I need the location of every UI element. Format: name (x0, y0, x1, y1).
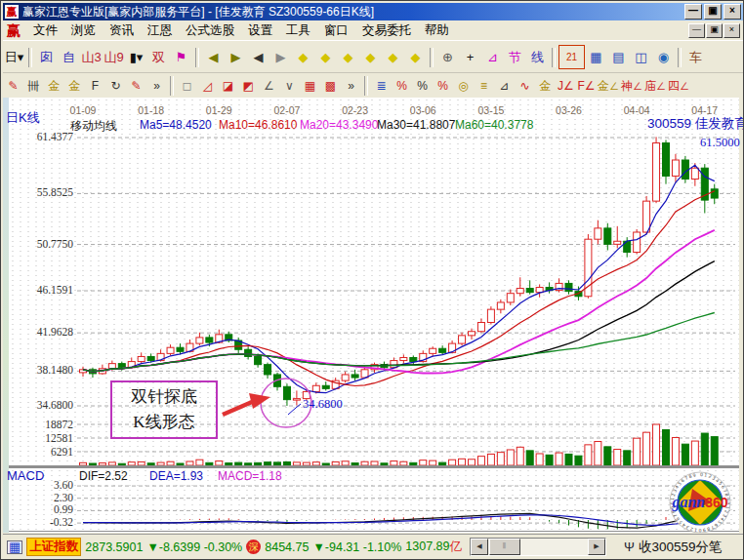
angle-measure-icon[interactable]: ⊿ (481, 47, 504, 67)
menu-item-4[interactable]: 公式选股 (179, 21, 241, 40)
crosshair-icon[interactable]: + (459, 47, 481, 67)
menu-item-9[interactable]: 帮助 (418, 21, 456, 40)
gann-diamond4-icon[interactable]: ◆ (359, 47, 382, 67)
menu-items: 文件浏览资讯江恩公式选股设置工具窗口交易委托帮助 (26, 21, 456, 40)
square-fan1-icon[interactable]: ◪ (218, 77, 238, 95)
menu-item-5[interactable]: 设置 (241, 21, 279, 40)
sh-index-badge[interactable]: 上证指数 (26, 538, 81, 556)
gold-angle-icon[interactable]: 金 (535, 77, 556, 95)
toolbar-separator (170, 76, 174, 96)
app-window: 赢 赢家江恩专业版[赢家内部服务平台] - [佳发教育 SZ300559-66日… (0, 0, 744, 560)
toolbar-drawing-tools: ✎卌金金F↻✎»◻◿◪◩∠∨▦▩»≣%%%◎≡⊿∿金J∠F∠金∠神∠庙∠四∠ (3, 72, 743, 99)
ma10-line (83, 191, 715, 386)
period-day-icon[interactable]: 日▾ (3, 47, 25, 67)
keyboard-icon[interactable]: ▦ (7, 540, 22, 554)
calculator-icon[interactable]: ▦ (585, 47, 607, 67)
scroll-right-button[interactable]: ▶ (588, 539, 605, 555)
scroll-left-button[interactable]: ◀ (471, 539, 488, 555)
next-icon[interactable]: ▶ (269, 47, 292, 67)
skip-first-icon[interactable]: ◀ (202, 47, 225, 67)
mdi-restore-button[interactable]: ▣ (706, 23, 723, 38)
square-fan2-icon[interactable]: ◩ (238, 77, 259, 95)
volume-bars (80, 424, 719, 465)
angle-lines-icon[interactable]: ∠ (259, 77, 279, 95)
save-disk-icon[interactable]: ◫ (630, 47, 652, 67)
sz-index-value: 8454.75 (265, 540, 309, 554)
region-zoom-icon[interactable]: 囱 (35, 47, 58, 67)
grid1-icon[interactable]: ▦ (300, 77, 320, 95)
menu-item-6[interactable]: 工具 (279, 21, 317, 40)
menu-item-1[interactable]: 浏览 (64, 21, 103, 40)
title-bar: 赢 赢家江恩专业版[赢家内部服务平台] - [佳发教育 SZ300559-66日… (3, 3, 743, 20)
gann-diamond2-icon[interactable]: ◆ (314, 47, 337, 67)
gold-circle-icon[interactable]: ◎ (453, 77, 474, 95)
v-lines-icon[interactable]: ∨ (279, 77, 300, 95)
chart3-icon[interactable]: 山3 (80, 47, 103, 67)
spiral-icon[interactable]: ↻ (105, 77, 126, 95)
close-button[interactable]: × (723, 4, 741, 20)
chart9-icon[interactable]: 山9 (103, 47, 125, 67)
percent-icon[interactable]: % (412, 77, 433, 95)
toolbar-separator (364, 76, 368, 96)
info-board-icon[interactable]: 自 (58, 47, 80, 67)
f-angle-icon[interactable]: F∠ (576, 77, 597, 95)
line-tool-icon[interactable]: 线 (526, 47, 549, 67)
candle-style-icon[interactable]: ▮▾ (125, 47, 147, 67)
sz-index-icon[interactable]: 深 (246, 540, 261, 554)
percent-line-icon[interactable]: % (433, 77, 453, 95)
more1-icon[interactable]: » (146, 77, 167, 95)
number-ruler-icon[interactable]: ≣ (371, 77, 392, 95)
gann-diamond6-icon[interactable]: ◆ (404, 47, 427, 67)
tick-feed-label[interactable]: 收300559分笔 (639, 539, 723, 556)
menu-item-2[interactable]: 资讯 (103, 21, 141, 40)
mdi-minimize-button[interactable]: — (688, 23, 705, 38)
restore-button[interactable]: ▣ (704, 4, 722, 20)
gold-bar-icon[interactable]: ≡ (474, 77, 494, 95)
grid-ruler-icon[interactable]: 卌 (23, 77, 44, 95)
truck-order-icon[interactable]: 车 (684, 47, 707, 67)
menu-item-8[interactable]: 交易委托 (355, 21, 418, 40)
annotation-arrow (223, 402, 252, 415)
sh-index-change: ▼-8.6399 -0.30% (146, 540, 242, 554)
macd-dif-line (83, 512, 715, 528)
globe-icon[interactable]: ◉ (652, 47, 675, 67)
gold-ruler1-icon[interactable]: 金 (44, 77, 64, 95)
horizontal-scrollbar[interactable]: ◀ ⫴ ▶ (470, 538, 606, 556)
grid2-icon[interactable]: ▩ (320, 77, 341, 95)
hand-pan-icon[interactable]: ⊕ (436, 47, 459, 67)
minimize-button[interactable]: — (684, 4, 702, 20)
gann-diamond1-icon[interactable]: ◆ (292, 47, 314, 67)
shen-angle-icon[interactable]: 神∠ (620, 77, 643, 95)
toolbar-separator (28, 48, 32, 67)
temple-angle-icon[interactable]: 庙∠ (643, 77, 667, 95)
gold-ruler2-icon[interactable]: 金 (64, 77, 85, 95)
window-title: 赢家江恩专业版[赢家内部服务平台] - [佳发教育 SZ300559-66日K线… (22, 4, 374, 20)
menu-item-7[interactable]: 窗口 (317, 21, 355, 40)
chart-canvas: 0123456789012345678901234567890123456789… (9, 98, 739, 533)
wave-icon[interactable]: ∿ (515, 77, 535, 95)
j-angle-icon[interactable]: J∠ (556, 77, 576, 95)
box-tool-icon[interactable]: ◻ (177, 77, 197, 95)
brush-icon[interactable]: ✎ (3, 77, 23, 95)
scrollbar-thumb[interactable]: ⫴ (489, 539, 520, 555)
menu-item-0[interactable]: 文件 (26, 21, 64, 40)
gann-diamond3-icon[interactable]: ◆ (337, 47, 359, 67)
notepad-icon[interactable]: ▤ (607, 47, 630, 67)
calendar-21-icon[interactable]: 21 (558, 45, 585, 69)
pen-measure-icon[interactable]: ⊿ (494, 77, 515, 95)
mdi-close-button[interactable]: × (723, 23, 740, 38)
more2-icon[interactable]: » (341, 77, 361, 95)
prev-icon[interactable]: ◀ (247, 47, 269, 67)
skip-last-icon[interactable]: ▶ (225, 47, 247, 67)
menu-item-3[interactable]: 江恩 (141, 21, 179, 40)
kline-tool-icon[interactable]: 双 (147, 47, 170, 67)
percent-x-icon[interactable]: % (392, 77, 412, 95)
gann-fan-icon[interactable]: ◿ (197, 77, 218, 95)
four-angle-icon[interactable]: 四∠ (667, 77, 690, 95)
festival-icon[interactable]: 节 (504, 47, 526, 67)
flag-icon[interactable]: ⚑ (170, 47, 192, 67)
brush2-icon[interactable]: ✎ (126, 77, 146, 95)
fib-ruler-icon[interactable]: F (85, 77, 105, 95)
gann-diamond5-icon[interactable]: ◆ (382, 47, 404, 67)
gold-angle2-icon[interactable]: 金∠ (597, 77, 620, 95)
